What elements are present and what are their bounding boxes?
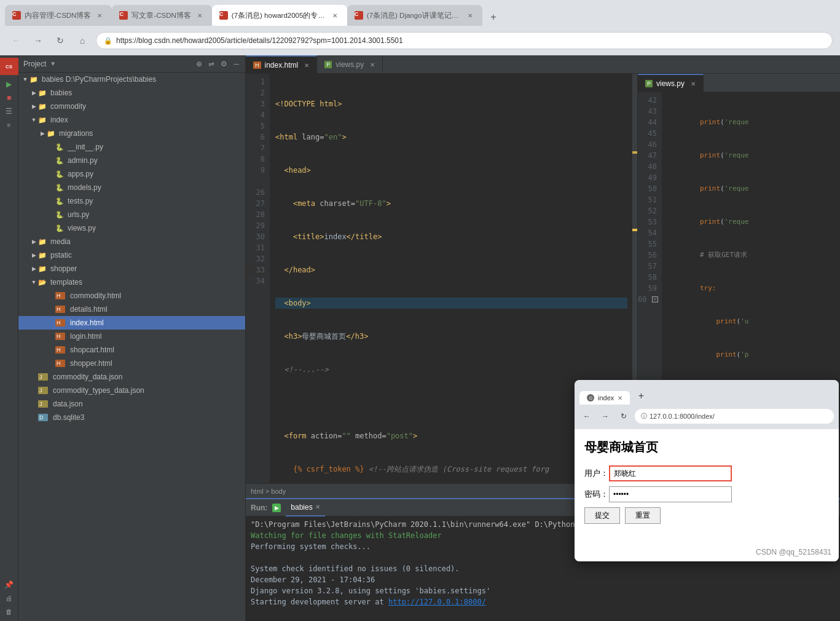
tree-item-commodity-html[interactable]: H commodity.html — [18, 289, 245, 303]
tree-item-index-html[interactable]: H index.html — [18, 316, 245, 330]
tree-label-apps: apps.py — [68, 170, 93, 178]
float-btn-row: 提交 重置 — [584, 507, 829, 524]
folder-icon-migrations: 📁 — [47, 130, 57, 138]
run-icon[interactable]: ▶ — [2, 77, 16, 91]
tab-views-py[interactable]: P views.py ✕ — [317, 55, 383, 74]
browser-tab-3[interactable]: C (7条消息) howard2005的专栏_ho... ✕ — [212, 5, 347, 26]
panel-title: Project — [23, 60, 46, 68]
db-icon: D — [38, 414, 48, 421]
browser-chrome: C 内容管理-CSDN博客 ✕ C 写文章-CSDN博客 ✕ C (7条消息) … — [0, 0, 840, 55]
tab-label-index: index.html — [265, 61, 299, 69]
code-line-2: <html lang="en"> — [275, 132, 627, 143]
tab-views-right[interactable]: P views.py ✕ — [638, 74, 704, 92]
tree-item-shopcart-html[interactable]: H shopcart.html — [18, 343, 245, 357]
tab-index-html[interactable]: H index.html ✕ — [246, 55, 317, 74]
run-tab-babies[interactable]: babies ✕ — [286, 499, 324, 516]
url-bar[interactable]: 🔒 https://blog.csdn.net/howard2005/artic… — [96, 32, 833, 49]
refresh-button[interactable]: ↻ — [52, 32, 69, 49]
folder-icon-pstatic: 📁 — [38, 251, 48, 259]
float-url-bar[interactable]: ⓘ 127.0.0.1:8000/index/ — [635, 409, 834, 424]
tree-item-migrations[interactable]: ▶ 📁 migrations — [18, 127, 245, 140]
tab-close-1[interactable]: ✕ — [95, 10, 104, 20]
left-icon-bar: CS ▶ ■ ☰ ≡ 📌 🖨 🗑 — [0, 55, 18, 621]
tree-label-shopper-html: shopper.html — [70, 359, 112, 368]
panel-dropdown-arrow[interactable]: ▼ — [50, 60, 56, 67]
tree-item-commodity-types-data[interactable]: J commodity_types_data.json — [18, 384, 245, 397]
panel-header: Project ▼ ⊕ ⇌ ⚙ ─ — [18, 55, 245, 73]
tree-root[interactable]: ▼ 📁 babies D:\PyCharmProjects\babies — [18, 73, 245, 86]
print-icon[interactable]: 🖨 — [2, 591, 16, 605]
tab-title-3: (7条消息) howard2005的专栏_ho... — [232, 11, 326, 20]
float-password-input[interactable] — [609, 486, 732, 502]
editor-tabs: H index.html ✕ P views.py ✕ — [246, 55, 840, 74]
tab-close-2[interactable]: ✕ — [195, 10, 205, 20]
tree-item-views-index[interactable]: 🐍 views.py — [18, 221, 245, 235]
back-button[interactable]: ← — [7, 32, 25, 49]
float-submit-btn[interactable]: 提交 — [584, 507, 620, 524]
stop-icon[interactable]: ■ — [2, 91, 16, 105]
browser-tab-4[interactable]: C (7条消息) Django讲课笔记11：补 ✕ — [347, 5, 482, 26]
tab-close-4[interactable]: ✕ — [465, 10, 475, 20]
tree-label-db-sqlite3: db.sqlite3 — [53, 413, 84, 422]
tab-close-3[interactable]: ✕ — [330, 10, 340, 20]
float-forward-btn[interactable]: → — [598, 409, 613, 424]
tree-item-index[interactable]: ▼ 📁 index — [18, 113, 245, 127]
panel-icon-add[interactable]: ⊕ — [195, 58, 203, 69]
float-reset-btn[interactable]: 重置 — [625, 507, 661, 524]
tree-item-commodity-data[interactable]: J commodity_data.json — [18, 370, 245, 384]
pin-icon[interactable]: 📌 — [2, 578, 16, 591]
tree-item-login-html[interactable]: H login.html — [18, 330, 245, 343]
list-icon[interactable]: ☰ — [2, 105, 16, 118]
panel-icon-minimize[interactable]: ─ — [232, 58, 240, 69]
tree-item-db-sqlite3[interactable]: D db.sqlite3 — [18, 411, 245, 424]
code-line-8: <h3>母婴商城首页</h3> — [275, 331, 627, 342]
right-pane-tabs: P views.py ✕ — [638, 74, 840, 92]
run-tab-close[interactable]: ✕ — [315, 504, 320, 510]
delete-icon[interactable]: 🗑 — [2, 605, 16, 619]
tree-item-templates[interactable]: ▼ 📂 templates — [18, 275, 245, 289]
float-user-input[interactable] — [609, 465, 732, 481]
tree-item-apps[interactable]: 🐍 apps.py — [18, 167, 245, 181]
right-line-49: print('p — [667, 349, 835, 360]
forward-button[interactable]: → — [29, 32, 47, 49]
float-tab-close[interactable]: ✕ — [618, 395, 622, 401]
tree-item-commodity[interactable]: ▶ 📁 commodity — [18, 100, 245, 113]
tree-item-data-json[interactable]: J data.json — [18, 397, 245, 411]
tree-label-shopper: shopper — [50, 264, 77, 273]
float-content: 母婴商城首页 用户： 密码： 提交 重置 — [575, 429, 839, 561]
tree-item-pstatic[interactable]: ▶ 📁 pstatic — [18, 248, 245, 262]
float-new-tab[interactable]: + — [632, 387, 650, 405]
float-page-title: 母婴商城首页 — [584, 439, 829, 456]
tree-arrow-babies: ▶ — [29, 90, 38, 96]
new-tab-button[interactable]: + — [485, 9, 502, 26]
float-back-btn[interactable]: ← — [579, 409, 594, 424]
py-icon-apps: 🐍 — [55, 170, 65, 178]
tree-item-init[interactable]: 🐍 __init__.py — [18, 140, 245, 154]
home-button[interactable]: ⌂ — [74, 32, 91, 49]
browser-tab-1[interactable]: C 内容管理-CSDN博客 ✕ — [5, 5, 112, 26]
log-icon[interactable]: ≡ — [2, 118, 16, 132]
tab-close-views-right[interactable]: ✕ — [691, 81, 696, 87]
py-icon-urls: 🐍 — [55, 211, 65, 219]
tree-item-details-html[interactable]: H details.html — [18, 303, 245, 316]
browser-tab-2[interactable]: C 写文章-CSDN博客 ✕ — [112, 5, 211, 26]
tab-icon-index: H — [253, 61, 261, 69]
right-line-48: print('u — [667, 316, 835, 327]
tree-item-models[interactable]: 🐍 models.py — [18, 181, 245, 194]
float-url-text: 127.0.0.1:8000/index/ — [650, 413, 715, 420]
panel-icon-settings[interactable]: ⚙ — [219, 58, 229, 69]
run-output-link[interactable]: http://127.0.0.1:8000/ — [388, 598, 486, 606]
tree-item-admin[interactable]: 🐍 admin.py — [18, 154, 245, 167]
tab-close-index[interactable]: ✕ — [304, 62, 309, 69]
tree-item-shopper-html[interactable]: H shopper.html — [18, 357, 245, 370]
float-refresh-btn[interactable]: ↻ — [616, 409, 631, 424]
panel-icon-sync[interactable]: ⇌ — [207, 58, 216, 69]
tree-item-media[interactable]: ▶ 📁 media — [18, 235, 245, 248]
tree-item-shopper[interactable]: ▶ 📁 shopper — [18, 262, 245, 275]
tab-close-views[interactable]: ✕ — [370, 61, 375, 68]
float-active-tab[interactable]: ⊙ index ✕ — [579, 391, 630, 405]
url-text: https://blog.csdn.net/howard2005/article… — [116, 36, 403, 45]
tree-item-tests[interactable]: 🐍 tests.py — [18, 194, 245, 208]
tree-item-urls[interactable]: 🐍 urls.py — [18, 208, 245, 221]
tree-item-babies[interactable]: ▶ 📁 babies — [18, 86, 245, 100]
